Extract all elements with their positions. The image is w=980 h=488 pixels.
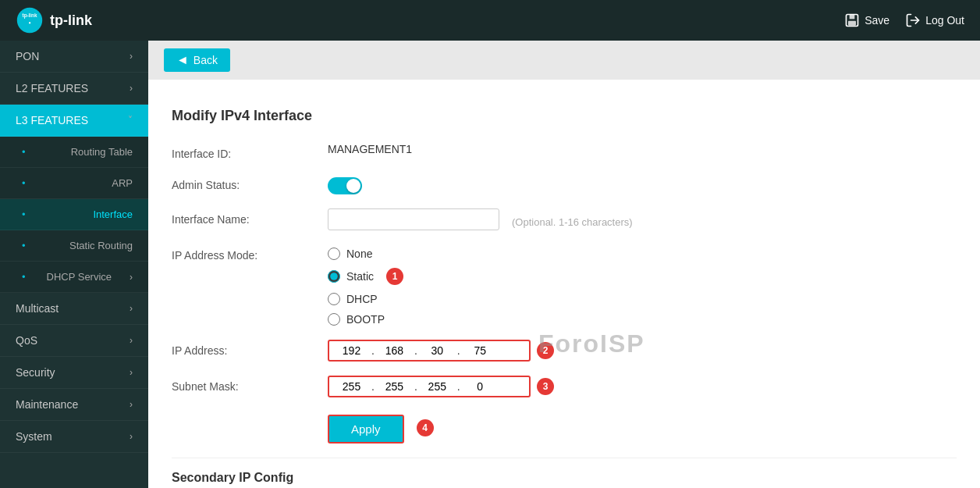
apply-button[interactable]: Apply [328,415,404,443]
radio-none[interactable]: None [328,248,957,260]
radio-group: None Static 1 DHCP BO [328,244,957,326]
interface-name-label: Interface Name: [172,208,328,226]
interface-name-input[interactable] [328,208,499,230]
subnet-dot-3: . [456,380,461,393]
save-icon [844,12,860,28]
chevron-right-icon: › [130,303,133,314]
ip-address-mode-label: IP Address Mode: [172,244,328,262]
radio-none-label: None [346,248,372,260]
sidebar-item-routing-table[interactable]: Routing Table [0,137,148,168]
badge-3: 3 [537,378,554,395]
subnet-octet-2[interactable] [377,380,412,393]
page-title: Modify IPv4 Interface [172,95,957,124]
subnet-octet-4[interactable] [463,380,498,393]
badge-2: 2 [537,342,554,359]
admin-status-row: Admin Status: [172,174,957,194]
subnet-dot-2: . [414,380,418,393]
sidebar: PON › L2 FEATURES › L3 FEATURES ˅ Routin… [0,41,148,488]
logout-icon [905,12,921,28]
ip-address-mode-row: IP Address Mode: None Static 1 [172,244,957,326]
admin-status-toggle [328,174,957,194]
sidebar-item-interface[interactable]: Interface [0,199,148,230]
radio-static-input[interactable] [328,270,340,283]
ip-dot-2: . [414,344,418,357]
header-actions: Save Log Out [844,12,964,28]
ip-address-control: . . . 2 [328,340,957,362]
logout-label: Log Out [925,14,964,27]
ip-address-row: IP Address: . . . 2 [172,340,957,362]
radio-bootp[interactable]: BOOTP [328,313,957,326]
chevron-right-icon: › [130,272,133,283]
apply-area: Apply 4 [328,411,434,443]
radio-none-input[interactable] [328,248,340,260]
sidebar-item-system[interactable]: System › [0,421,148,453]
apply-row: Apply 4 [328,411,957,443]
sidebar-item-l2features[interactable]: L2 FEATURES › [0,73,148,105]
sidebar-item-security[interactable]: Security › [0,357,148,389]
svg-rect-5 [848,21,856,26]
main-content: ◄ Back ForoISP Modify IPv4 Interface Int… [148,41,980,488]
sidebar-item-qos[interactable]: QoS › [0,325,148,357]
svg-rect-4 [850,15,855,20]
logo-area: tp-link ● tp-link [16,6,92,34]
secondary-ip-config-title: Secondary IP Config [172,458,957,485]
svg-text:tp-link: tp-link [23,12,37,19]
radio-bootp-label: BOOTP [346,313,385,326]
ip-octet-3[interactable] [420,344,455,357]
subnet-mask-control: . . . 3 [328,376,957,397]
subnet-octet-1[interactable] [334,380,369,393]
interface-id-label: Interface ID: [172,143,328,160]
interface-id-value: MANAGEMENT1 [328,143,957,155]
save-label: Save [865,14,889,27]
interface-id-row: Interface ID: MANAGEMENT1 [172,143,957,160]
toggle-switch[interactable] [328,177,362,194]
chevron-right-icon: › [130,51,133,62]
ip-dot-1: . [371,344,375,357]
back-bar: ◄ Back [148,41,980,80]
ip-octet-2[interactable] [377,344,412,357]
save-button[interactable]: Save [844,12,889,28]
interface-name-hint: (Optional. 1-16 characters) [512,212,633,228]
radio-bootp-input[interactable] [328,313,340,326]
back-button[interactable]: ◄ Back [164,48,230,72]
form-area: ForoISP Modify IPv4 Interface Interface … [148,80,980,488]
sidebar-item-arp[interactable]: ARP [0,168,148,199]
sidebar-item-pon[interactable]: PON › [0,41,148,73]
chevron-down-icon: ˅ [128,115,133,126]
radio-dhcp-input[interactable] [328,293,340,305]
interface-name-row: Interface Name: (Optional. 1-16 characte… [172,208,957,230]
sidebar-item-maintenance[interactable]: Maintenance › [0,389,148,421]
radio-static[interactable]: Static 1 [328,268,957,285]
admin-status-label: Admin Status: [172,174,328,191]
ip-octet-1[interactable] [334,344,369,357]
back-arrow-icon: ◄ [176,53,189,67]
interface-name-control: (Optional. 1-16 characters) [328,208,957,230]
toggle-knob [346,179,360,193]
svg-text:●: ● [28,20,30,25]
sidebar-item-static-routing[interactable]: Static Routing [0,230,148,262]
header: tp-link ● tp-link Save Log Out [0,0,980,41]
radio-static-label: Static [346,270,374,283]
subnet-mask-input-group: . . . [328,376,531,397]
ip-octet-4[interactable] [463,344,498,357]
chevron-right-icon: › [130,431,133,442]
chevron-right-icon: › [130,399,133,410]
tp-link-logo: tp-link ● [16,6,44,34]
ip-address-label: IP Address: [172,340,328,357]
main-layout: PON › L2 FEATURES › L3 FEATURES ˅ Routin… [0,41,980,488]
chevron-right-icon: › [130,335,133,346]
logout-button[interactable]: Log Out [905,12,964,28]
subnet-mask-label: Subnet Mask: [172,376,328,393]
ip-address-input-group: . . . [328,340,531,362]
ip-address-mode-control: None Static 1 DHCP BO [328,244,957,326]
brand-name: tp-link [50,12,92,29]
sidebar-item-multicast[interactable]: Multicast › [0,293,148,325]
subnet-dot-1: . [371,380,375,393]
chevron-right-icon: › [130,367,133,378]
subnet-octet-3[interactable] [420,380,455,393]
radio-dhcp[interactable]: DHCP [328,293,957,305]
sidebar-item-l3features[interactable]: L3 FEATURES ˅ [0,105,148,137]
badge-1: 1 [386,268,403,285]
ip-dot-3: . [456,344,461,357]
sidebar-item-dhcp-service[interactable]: DHCP Service › [0,262,148,293]
